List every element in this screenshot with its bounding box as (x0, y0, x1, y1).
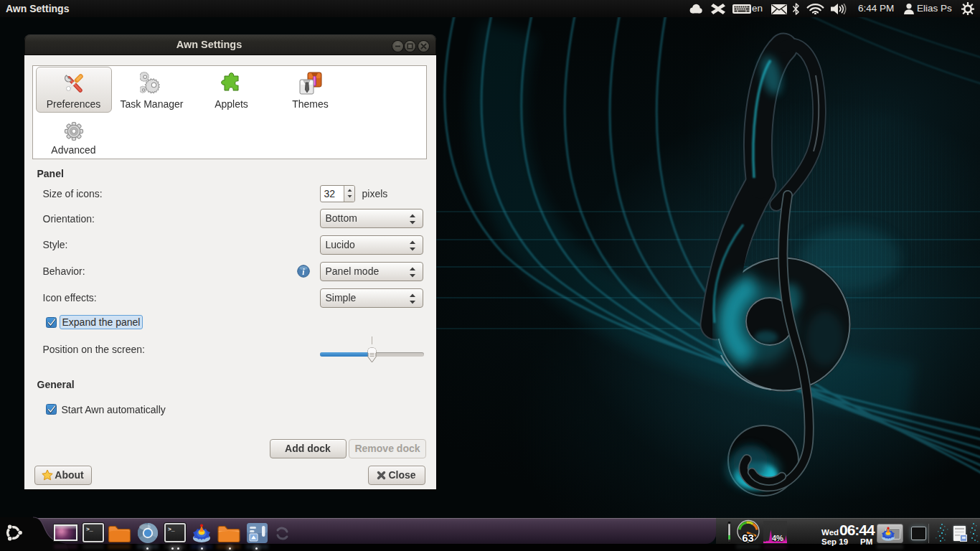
svg-text:63: 63 (742, 532, 754, 544)
